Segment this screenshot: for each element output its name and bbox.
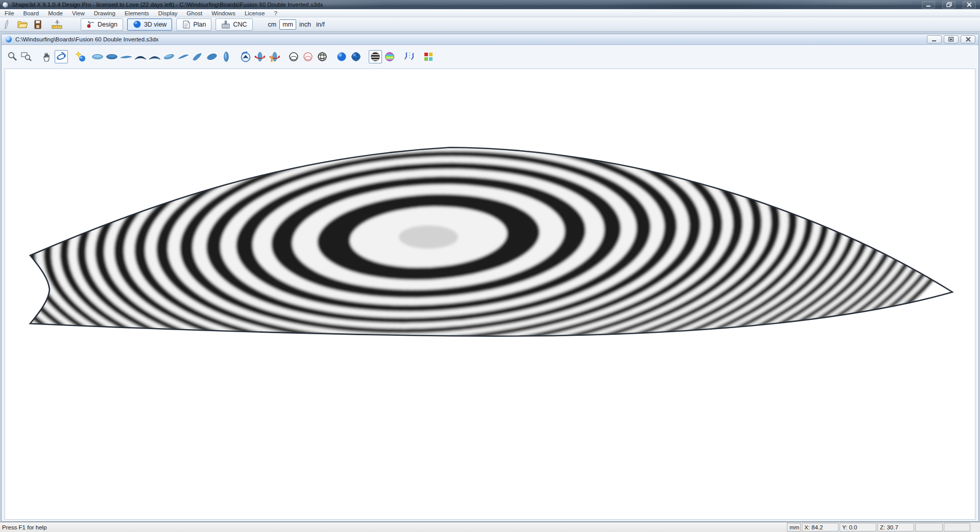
status-bar: Press F1 for help mm X: 84.2 Y: 0.0 Z: 3… (0, 522, 980, 532)
status-z-coordinate: Z: 30.7 (877, 523, 914, 531)
menu-drawing[interactable]: Drawing (89, 9, 120, 17)
document-minimize-button[interactable] (927, 35, 942, 43)
resize-grip[interactable] (971, 523, 980, 531)
document-window: C:\Windsurfing\Boards\Fusion 60 Double I… (1, 34, 979, 522)
view-side-icon[interactable] (119, 50, 133, 63)
close-button[interactable] (963, 1, 976, 9)
restore-button[interactable] (942, 1, 955, 9)
menu-mode[interactable]: Mode (43, 9, 67, 17)
document-close-button[interactable] (961, 35, 975, 43)
document-title: C:\Windsurfing\Boards\Fusion 60 Double I… (15, 36, 159, 42)
plan-mode-button[interactable]: Plan (176, 18, 211, 31)
menu-view[interactable]: View (67, 9, 89, 17)
board-3d-viewport[interactable] (5, 68, 975, 520)
application-window: Shape3d X 9.1.0.4 Design Pro - licensed … (0, 0, 980, 532)
document-maximize-button[interactable] (944, 35, 959, 43)
menu-ghost[interactable]: Ghost (182, 9, 207, 17)
render-solid-icon[interactable] (335, 50, 348, 63)
status-y-coordinate: Y: 0.0 (840, 523, 876, 531)
menu-bar: File Board Mode View Drawing Elements Di… (0, 9, 980, 17)
view-front-icon[interactable] (134, 50, 147, 63)
unit-cm[interactable]: cm (266, 20, 279, 29)
view-bottom-icon[interactable] (105, 50, 118, 63)
zoom-icon[interactable] (6, 50, 19, 63)
menu-windows[interactable]: Windows (207, 9, 240, 17)
plan-mode-label: Plan (193, 21, 206, 28)
window-title: Shape3d X 9.1.0.4 Design Pro - licensed … (12, 2, 323, 8)
menu-board[interactable]: Board (19, 9, 44, 17)
status-help-text: Press F1 for help (2, 524, 47, 530)
unit-inf[interactable]: in/f (314, 20, 327, 29)
render-wireframe-icon[interactable] (287, 50, 300, 63)
menu-display[interactable]: Display (154, 9, 182, 17)
view-persp-board-icon[interactable] (191, 50, 204, 63)
rotate-up-icon[interactable] (268, 50, 281, 63)
document-icon (6, 36, 12, 42)
view-persp-top-icon[interactable] (162, 50, 176, 63)
menu-license[interactable]: License (240, 9, 270, 17)
view-persp-bottom-icon[interactable] (205, 50, 219, 63)
zebra-rings (5, 69, 972, 469)
render-shaded-icon[interactable] (349, 50, 363, 63)
new-board-icon[interactable] (1, 18, 13, 31)
status-x-coordinate: X: 84.2 (802, 523, 839, 531)
status-empty-cell (944, 523, 970, 531)
view-nose-icon[interactable] (220, 50, 233, 63)
render-curvature-icon[interactable] (383, 50, 396, 63)
board-zebra-render (5, 69, 975, 519)
view3d-mode-button[interactable]: 3D view (127, 18, 172, 31)
render-outline-icon[interactable] (301, 50, 315, 63)
unit-mm[interactable]: mm (279, 19, 296, 30)
rotate-3d-icon[interactable] (55, 50, 68, 63)
status-empty-cell (915, 523, 943, 531)
render-colors-icon[interactable] (422, 50, 435, 63)
view3d-mode-label: 3D view (144, 21, 166, 28)
title-bar: Shape3d X 9.1.0.4 Design Pro - licensed … (0, 0, 980, 9)
view-top-icon[interactable] (91, 50, 104, 63)
menu-elements[interactable]: Elements (120, 9, 154, 17)
main-toolbar: Design 3D view Plan CNC cm mm inch in/f (0, 17, 980, 32)
minimize-button[interactable] (922, 1, 935, 9)
cnc-mode-label: CNC (233, 21, 247, 28)
pan-hand-icon[interactable] (40, 50, 54, 63)
dimensions-icon[interactable] (51, 18, 63, 31)
view-persp-side-icon[interactable] (177, 50, 190, 63)
render-zebra-icon[interactable] (369, 50, 382, 63)
save-icon[interactable] (32, 18, 44, 31)
menu-help[interactable]: ? (270, 9, 282, 17)
document-title-bar: C:\Windsurfing\Boards\Fusion 60 Double I… (2, 34, 978, 45)
unit-selector: cm mm inch in/f (266, 19, 327, 30)
status-unit: mm (787, 523, 801, 531)
flow-lines-icon[interactable] (402, 50, 416, 63)
open-icon[interactable] (16, 18, 29, 31)
unit-inch[interactable]: inch (297, 20, 313, 29)
viewer-toolbar (2, 45, 978, 68)
render-mesh-icon[interactable] (316, 50, 329, 63)
rotate-left-icon[interactable] (253, 50, 267, 63)
cnc-mode-button[interactable]: CNC (216, 18, 252, 31)
app-logo-icon (2, 2, 9, 8)
select-pointer-icon[interactable] (74, 50, 87, 63)
design-mode-button[interactable]: Design (81, 18, 123, 31)
flip-view-icon[interactable] (239, 50, 252, 63)
menu-file[interactable]: File (0, 9, 19, 17)
zoom-window-icon[interactable] (20, 50, 33, 63)
design-mode-label: Design (98, 21, 117, 28)
view-back-icon[interactable] (148, 50, 161, 63)
